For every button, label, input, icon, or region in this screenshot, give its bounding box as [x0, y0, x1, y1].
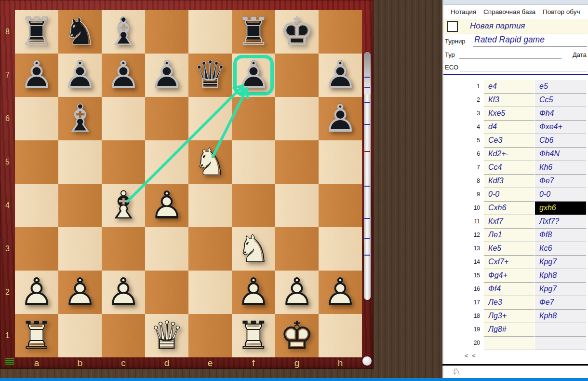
move-white[interactable]: Лg8# [484, 323, 535, 337]
board-menu-icon[interactable] [5, 358, 14, 365]
move-black-highlighted[interactable]: gxh6 [535, 202, 586, 215]
chess-board[interactable]: ♜♖♞♘♝♗♜♖♚♔♟♙♟♙♟♙♟♙♛♕♟♙♟♙♝♗♟♙♞♘♝♗♟♙♞♘♟♙♟♙… [15, 10, 362, 357]
square-e4[interactable] [188, 184, 232, 227]
piece-white-king[interactable]: ♚♔ [275, 314, 319, 357]
piece-black-pawn[interactable]: ♟♙ [145, 54, 188, 97]
move-black[interactable]: Лxf7? [535, 215, 586, 229]
piece-white-pawn[interactable]: ♟♙ [15, 271, 58, 314]
move-black[interactable]: Фh4 [535, 107, 586, 121]
square-c3[interactable] [102, 227, 145, 271]
eco-field[interactable] [460, 71, 587, 71]
piece-black-rook[interactable]: ♜♖ [15, 10, 58, 54]
piece-white-pawn[interactable]: ♟♙ [58, 271, 102, 314]
move-black[interactable]: Сc5 [535, 94, 586, 107]
square-c1[interactable] [102, 314, 145, 357]
square-d3[interactable] [145, 227, 188, 271]
move-black[interactable]: Крg7 [535, 283, 586, 296]
square-g6[interactable] [275, 97, 319, 140]
piece-black-pawn[interactable]: ♟♙ [232, 54, 275, 97]
move-white[interactable]: d4 [484, 121, 535, 134]
square-b5[interactable] [58, 140, 102, 184]
square-c5[interactable] [102, 140, 145, 184]
move-white[interactable]: e4 [484, 80, 535, 94]
square-h8[interactable] [319, 10, 362, 54]
square-g4[interactable] [275, 184, 319, 227]
square-d8[interactable] [145, 10, 188, 54]
tournament-value[interactable]: Rated Rapid game [474, 35, 545, 45]
move-slider[interactable] [364, 52, 371, 300]
piece-black-pawn[interactable]: ♟♙ [102, 54, 145, 97]
square-h1[interactable] [319, 314, 362, 357]
move-black[interactable]: 0-0 [535, 188, 586, 202]
tab-reference-base[interactable]: Справочная база [483, 8, 535, 15]
square-f6[interactable] [232, 97, 275, 140]
square-h5[interactable] [319, 140, 362, 184]
square-b3[interactable] [58, 227, 102, 271]
piece-black-bishop[interactable]: ♝♗ [102, 10, 145, 54]
move-black[interactable]: Крh8 [535, 269, 586, 283]
move-white[interactable]: Сc4 [484, 161, 535, 175]
square-e6[interactable] [188, 97, 232, 140]
square-f4[interactable] [232, 184, 275, 227]
square-a4[interactable] [15, 184, 58, 227]
move-white[interactable]: Кf3 [484, 94, 535, 107]
move-white[interactable]: Лg3+ [484, 310, 535, 323]
square-d2[interactable] [145, 271, 188, 314]
move-black[interactable]: Фe7 [535, 296, 586, 310]
move-black[interactable]: Фf8 [535, 229, 586, 242]
move-black[interactable]: Крh8 [535, 310, 586, 323]
piece-black-queen[interactable]: ♛♕ [188, 54, 232, 97]
move-black[interactable]: Кh6 [535, 161, 586, 175]
move-black[interactable] [535, 323, 586, 337]
square-a5[interactable] [15, 140, 58, 184]
move-white[interactable]: Ле3 [484, 296, 535, 310]
square-e1[interactable] [188, 314, 232, 357]
new-game-checkbox[interactable] [447, 21, 458, 32]
piece-white-pawn[interactable]: ♟♙ [319, 271, 362, 314]
move-white[interactable]: Кdf3 [484, 175, 535, 188]
piece-black-rook[interactable]: ♜♖ [232, 10, 275, 54]
board-corner-button[interactable] [362, 356, 372, 366]
move-white[interactable]: Кd2+- [484, 148, 535, 161]
square-e8[interactable] [188, 10, 232, 54]
piece-black-pawn[interactable]: ♟♙ [15, 54, 58, 97]
piece-black-knight[interactable]: ♞♘ [58, 10, 102, 54]
square-h4[interactable] [319, 184, 362, 227]
move-white[interactable]: Фg4+ [484, 269, 535, 283]
move-black[interactable]: Кc6 [535, 242, 586, 256]
tournament-field[interactable] [473, 46, 587, 47]
move-black[interactable]: e5 [535, 80, 586, 94]
move-black[interactable]: Фe7 [535, 175, 586, 188]
piece-white-rook[interactable]: ♜♖ [232, 314, 275, 357]
move-white[interactable]: Кe5 [484, 242, 535, 256]
square-e3[interactable] [188, 227, 232, 271]
piece-white-pawn[interactable]: ♟♙ [275, 271, 319, 314]
new-game-field[interactable] [461, 33, 587, 33]
square-e2[interactable] [188, 271, 232, 314]
move-white[interactable]: Ле1 [484, 229, 535, 242]
piece-white-knight[interactable]: ♞♘ [188, 140, 232, 184]
move-white[interactable]: Кxe5 [484, 107, 535, 121]
square-f5[interactable] [232, 140, 275, 184]
move-black[interactable] [535, 337, 586, 350]
square-b4[interactable] [58, 184, 102, 227]
move-black[interactable]: Крg7 [535, 256, 586, 269]
piece-black-bishop[interactable]: ♝♗ [58, 97, 102, 140]
square-d6[interactable] [145, 97, 188, 140]
tab-training-repeat[interactable]: Повтор обуч [543, 8, 580, 15]
square-g5[interactable] [275, 140, 319, 184]
tab-notation[interactable]: Нотация [451, 8, 476, 15]
piece-white-pawn[interactable]: ♟♙ [145, 184, 188, 227]
round-field[interactable] [459, 58, 561, 59]
piece-white-queen[interactable]: ♛♕ [145, 314, 188, 357]
move-black[interactable]: Фh4N [535, 148, 586, 161]
square-a6[interactable] [15, 97, 58, 140]
piece-black-pawn[interactable]: ♟♙ [319, 97, 362, 140]
piece-white-pawn[interactable]: ♟♙ [102, 271, 145, 314]
piece-white-rook[interactable]: ♜♖ [15, 314, 58, 357]
square-g7[interactable] [275, 54, 319, 97]
move-white[interactable]: Сxf7+ [484, 256, 535, 269]
move-white[interactable]: Кxf7 [484, 215, 535, 229]
square-b1[interactable] [58, 314, 102, 357]
square-h3[interactable] [319, 227, 362, 271]
